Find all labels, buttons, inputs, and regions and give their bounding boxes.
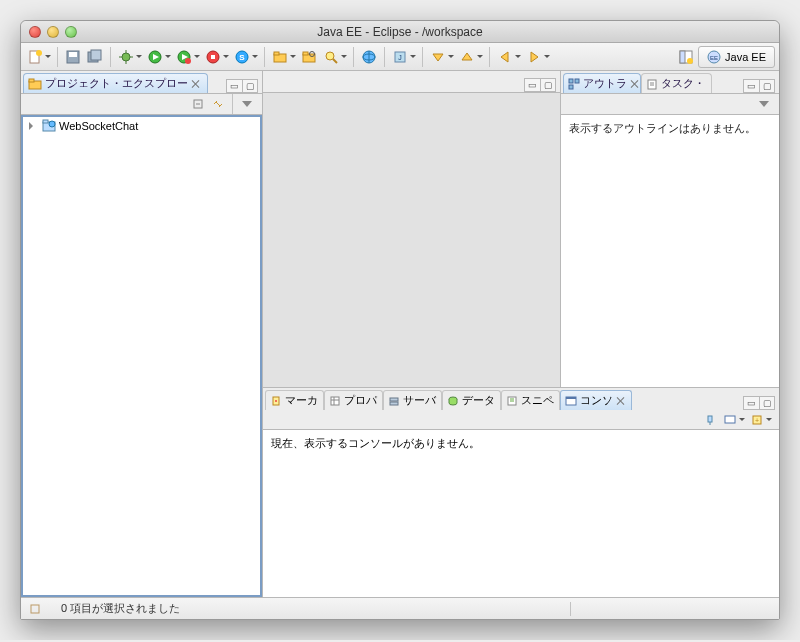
web-project-icon xyxy=(42,119,56,133)
back-icon[interactable] xyxy=(495,47,515,67)
perspective-button-java-ee[interactable]: EE Java EE xyxy=(698,46,775,68)
run-server-dropdown[interactable] xyxy=(193,47,201,67)
svg-rect-50 xyxy=(575,79,579,83)
svg-rect-69 xyxy=(708,416,712,422)
tab-console[interactable]: コンソ xyxy=(560,390,632,410)
svg-text:+: + xyxy=(755,417,759,424)
svg-marker-32 xyxy=(433,54,443,61)
save-icon[interactable] xyxy=(63,47,83,67)
nav-down-icon[interactable] xyxy=(428,47,448,67)
debug-dropdown[interactable] xyxy=(135,47,143,67)
forward-icon[interactable] xyxy=(524,47,544,67)
svg-point-1 xyxy=(36,50,42,56)
window-controls xyxy=(21,26,77,38)
tab-properties[interactable]: プロパ xyxy=(324,390,383,410)
save-all-icon[interactable] xyxy=(85,47,105,67)
svg-rect-23 xyxy=(303,52,308,55)
perspective-label: Java EE xyxy=(725,51,766,63)
search-dropdown[interactable] xyxy=(340,47,348,67)
search-icon[interactable] xyxy=(321,47,341,67)
minimize-view-button[interactable]: ▭ xyxy=(743,396,759,410)
svg-rect-5 xyxy=(91,50,101,60)
svg-rect-61 xyxy=(390,398,398,401)
tab-markers[interactable]: マーカ xyxy=(265,390,324,410)
svg-rect-3 xyxy=(69,52,77,57)
titlebar[interactable]: Java EE - Eclipse - /workspace xyxy=(21,21,779,43)
svg-rect-37 xyxy=(680,51,685,63)
java-ee-icon: EE xyxy=(707,50,721,64)
tab-tasks[interactable]: タスク・ xyxy=(641,73,712,93)
external-tools-dropdown[interactable] xyxy=(222,47,230,67)
tab-snippets[interactable]: スニペ xyxy=(501,390,560,410)
view-menu-icon[interactable] xyxy=(238,95,256,113)
jpa-icon[interactable]: J xyxy=(390,47,410,67)
minimize-view-button[interactable]: ▭ xyxy=(743,79,759,93)
properties-icon xyxy=(329,395,341,407)
view-tab-bar: プロジェクト・エクスプロー ▭ ▢ xyxy=(21,71,262,93)
run-server-icon[interactable] xyxy=(174,47,194,67)
tree-item[interactable]: WebSocketChat xyxy=(23,117,260,135)
jpa-dropdown[interactable] xyxy=(409,47,417,67)
new-project-dropdown[interactable] xyxy=(289,47,297,67)
open-perspective-icon[interactable] xyxy=(676,47,696,67)
new-dropdown[interactable] xyxy=(44,47,52,67)
separator xyxy=(570,602,571,616)
collapse-all-icon[interactable] xyxy=(189,95,207,113)
svg-rect-62 xyxy=(390,402,398,405)
maximize-view-button[interactable]: ▢ xyxy=(759,396,775,410)
close-icon[interactable] xyxy=(191,79,201,89)
separator xyxy=(232,94,233,114)
close-window-button[interactable] xyxy=(29,26,41,38)
outline-empty-message: 表示するアウトラインはありません。 xyxy=(561,115,779,142)
new-icon[interactable] xyxy=(25,47,45,67)
marker-icon xyxy=(270,395,282,407)
external-tools-icon[interactable] xyxy=(203,47,223,67)
tab-servers[interactable]: サーバ xyxy=(383,390,442,410)
project-name: WebSocketChat xyxy=(59,120,138,132)
close-icon[interactable] xyxy=(630,79,634,89)
tab-data[interactable]: データ xyxy=(442,390,501,410)
tab-outline[interactable]: アウトラ xyxy=(563,73,641,93)
tab-project-explorer[interactable]: プロジェクト・エクスプロー xyxy=(23,73,208,93)
tab-label: プロパ xyxy=(344,393,377,408)
svg-rect-47 xyxy=(43,120,48,123)
web-browser-icon[interactable] xyxy=(359,47,379,67)
outline-content[interactable]: 表示するアウトラインはありません。 xyxy=(561,115,779,387)
tab-label: コンソ xyxy=(580,393,613,408)
tab-label: マーカ xyxy=(285,393,318,408)
new-project-icon[interactable] xyxy=(270,47,290,67)
project-explorer-tree[interactable]: WebSocketChat xyxy=(21,115,262,597)
open-console-icon[interactable]: + xyxy=(748,411,766,429)
svg-point-25 xyxy=(326,52,334,60)
run-icon[interactable] xyxy=(145,47,165,67)
maximize-editor-button[interactable]: ▢ xyxy=(540,78,556,92)
zoom-window-button[interactable] xyxy=(65,26,77,38)
minimize-editor-button[interactable]: ▭ xyxy=(524,78,540,92)
close-icon[interactable] xyxy=(616,396,626,406)
debug-icon[interactable] xyxy=(116,47,136,67)
console-empty-message: 現在、表示するコンソールがありません。 xyxy=(271,436,771,451)
skype-icon[interactable]: S xyxy=(232,47,252,67)
outline-icon xyxy=(568,78,580,90)
link-editor-icon[interactable] xyxy=(209,95,227,113)
minimize-view-button[interactable]: ▭ xyxy=(226,79,242,93)
svg-rect-17 xyxy=(211,55,215,59)
expand-icon[interactable] xyxy=(29,122,37,130)
skype-dropdown[interactable] xyxy=(251,47,259,67)
editor-area[interactable]: ▭ ▢ xyxy=(263,71,561,387)
display-console-icon[interactable] xyxy=(721,411,739,429)
run-dropdown[interactable] xyxy=(164,47,172,67)
tab-label: タスク・ xyxy=(661,76,705,91)
svg-rect-58 xyxy=(331,397,339,405)
view-menu-icon[interactable] xyxy=(755,95,773,113)
top-right: ▭ ▢ アウトラ タスク・ xyxy=(263,71,779,387)
pin-console-icon[interactable] xyxy=(701,411,719,429)
workbench-body: プロジェクト・エクスプロー ▭ ▢ WebSocketChat xyxy=(21,71,779,597)
maximize-view-button[interactable]: ▢ xyxy=(759,79,775,93)
maximize-view-button[interactable]: ▢ xyxy=(242,79,258,93)
nav-up-icon[interactable] xyxy=(457,47,477,67)
open-type-icon[interactable] xyxy=(299,47,319,67)
console-content[interactable]: 現在、表示するコンソールがありません。 xyxy=(263,430,779,597)
minimize-window-button[interactable] xyxy=(47,26,59,38)
tab-label: アウトラ xyxy=(583,76,627,91)
